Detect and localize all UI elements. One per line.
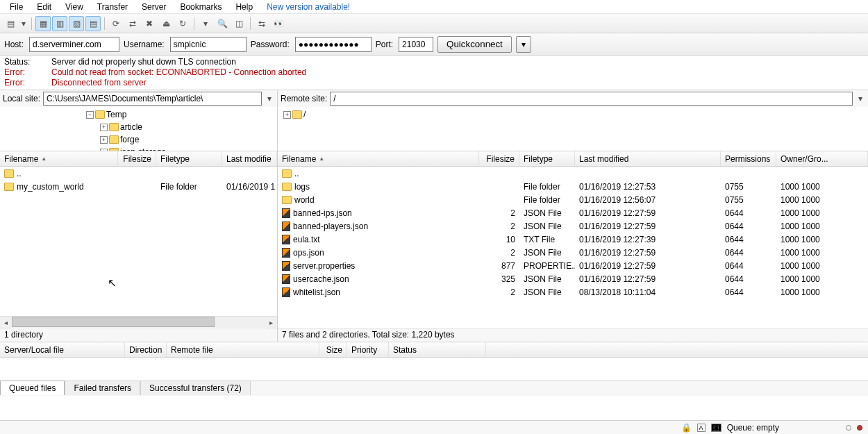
disconnect-icon[interactable]: ⏏ — [158, 16, 174, 31]
list-item[interactable]: .. — [278, 167, 868, 180]
tab-successful[interactable]: Successful transfers (72) — [140, 381, 251, 395]
list-item[interactable]: logsFile folder01/16/2019 12:27:53075510… — [278, 180, 868, 193]
menubar: File Edit View Transfer Server Bookmarks… — [0, 0, 868, 14]
expand-icon[interactable] — [86, 111, 94, 119]
key-icon[interactable]: A — [697, 424, 706, 432]
port-input[interactable] — [399, 37, 433, 52]
password-input[interactable] — [295, 37, 372, 52]
col-filesize[interactable]: Filesize — [479, 151, 519, 166]
menu-bookmarks[interactable]: Bookmarks — [173, 1, 228, 13]
menu-help[interactable]: Help — [228, 1, 260, 13]
col-server-local[interactable]: Server/Local file — [0, 342, 125, 357]
message-log[interactable]: Status:Server did not properly shut down… — [0, 56, 868, 90]
cancel-icon[interactable]: ✖ — [142, 16, 157, 31]
list-item[interactable]: my_custom_worldFile folder01/16/2019 1 — [0, 180, 277, 193]
site-manager-icon[interactable]: ▤ — [3, 16, 18, 31]
username-label: Username: — [124, 40, 165, 49]
col-status[interactable]: Status — [389, 342, 486, 357]
col-remote-file[interactable]: Remote file — [167, 342, 319, 357]
expand-icon[interactable] — [283, 111, 291, 119]
tab-queued[interactable]: Queued files — [0, 381, 65, 395]
filename: banned-players.json — [293, 222, 368, 231]
col-filename[interactable]: Filename▲ — [278, 151, 479, 166]
local-file-list[interactable]: Filename▲ Filesize Filetype Last modifie… — [0, 151, 277, 316]
menu-server[interactable]: Server — [135, 1, 173, 13]
scroll-left-icon[interactable]: ◂ — [0, 317, 12, 328]
process-queue-icon[interactable]: ⇄ — [125, 16, 140, 31]
file-icon — [282, 287, 290, 297]
quickconnect-dropdown[interactable]: ▾ — [516, 36, 531, 53]
list-item[interactable]: usercache.json325JSON File01/16/2019 12:… — [278, 272, 868, 285]
list-item[interactable]: server.properties877PROPERTIE...01/16/20… — [278, 259, 868, 272]
expand-icon[interactable] — [100, 136, 108, 144]
local-path-input[interactable] — [43, 92, 262, 106]
folder-icon — [4, 183, 14, 191]
expand-icon[interactable] — [100, 124, 108, 131]
col-filesize[interactable]: Filesize — [118, 151, 156, 166]
list-item[interactable]: ops.json2JSON File01/16/2019 12:27:59064… — [278, 246, 868, 259]
col-owner[interactable]: Owner/Gro... — [776, 151, 868, 166]
file-icon — [282, 208, 290, 218]
local-tree[interactable]: Temparticleforgejson-storage — [0, 107, 277, 151]
remote-file-list[interactable]: Filename▲ Filesize Filetype Last modifie… — [278, 151, 868, 328]
remote-path-input[interactable] — [330, 92, 853, 106]
sort-asc-icon: ▲ — [319, 156, 324, 162]
activity-indicator-1 — [846, 425, 851, 431]
quickconnect-button[interactable]: Quickconnect — [437, 36, 512, 53]
remote-tree[interactable]: / — [278, 107, 868, 151]
reconnect-icon[interactable]: ↻ — [175, 16, 190, 31]
filter-icon[interactable]: ▾ — [198, 16, 213, 31]
host-input[interactable] — [29, 37, 119, 52]
tree-item[interactable]: / — [281, 108, 865, 121]
col-filetype[interactable]: Filetype — [519, 151, 575, 166]
site-dropdown-icon[interactable]: ▾ — [19, 16, 28, 31]
toggle-local-tree-icon[interactable]: ▥ — [52, 16, 67, 31]
remote-site-label: Remote site: — [281, 94, 327, 103]
list-item[interactable]: .. — [0, 167, 277, 180]
menu-file[interactable]: File — [3, 1, 30, 13]
sync-browse-icon[interactable]: ⇆ — [254, 16, 269, 31]
tree-item[interactable]: json-storage — [3, 146, 274, 151]
tree-item[interactable]: forge — [3, 133, 274, 146]
local-hscrollbar[interactable]: ◂ ▸ — [0, 316, 277, 328]
compare-icon[interactable]: ◫ — [231, 16, 247, 31]
search-icon[interactable]: 🔍 — [215, 16, 230, 31]
local-status: 1 directory — [0, 328, 277, 342]
tree-item[interactable]: article — [3, 121, 274, 133]
list-item[interactable]: worldFile folder01/16/2019 12:56:0707551… — [278, 193, 868, 206]
col-size[interactable]: Size — [319, 342, 347, 357]
col-filename[interactable]: Filename▲ — [0, 151, 118, 166]
col-modified[interactable]: Last modifie — [222, 151, 277, 166]
log-label: Status: — [4, 57, 51, 67]
chevron-down-icon[interactable]: ▾ — [856, 94, 865, 103]
menu-transfer[interactable]: Transfer — [90, 1, 135, 13]
log-text: Disconnected from server — [51, 78, 147, 88]
binoculars-icon[interactable]: 👀 — [271, 16, 286, 31]
lock-icon[interactable]: 🔒 — [681, 423, 692, 433]
menu-edit[interactable]: Edit — [30, 1, 58, 13]
col-direction[interactable]: Direction — [125, 342, 167, 357]
list-item[interactable]: whitelist.json2JSON File08/13/2018 10:11… — [278, 285, 868, 299]
toggle-remote-tree-icon[interactable]: ▧ — [69, 16, 84, 31]
list-item[interactable]: eula.txt10TXT File01/16/2019 12:27:39064… — [278, 233, 868, 246]
menu-view[interactable]: View — [58, 1, 90, 13]
toggle-queue-icon[interactable]: ▤ — [85, 16, 101, 31]
queue-status: Queue: empty — [727, 423, 779, 433]
col-permissions[interactable]: Permissions — [721, 151, 776, 166]
list-item[interactable]: banned-ips.json2JSON File01/16/2019 12:2… — [278, 206, 868, 219]
tree-item[interactable]: Temp — [3, 108, 274, 121]
speed-icon[interactable]: ⬚ — [711, 424, 721, 432]
username-input[interactable] — [170, 37, 247, 52]
col-modified[interactable]: Last modified — [575, 151, 721, 166]
tab-failed[interactable]: Failed transfers — [65, 381, 140, 395]
toggle-log-icon[interactable]: ▦ — [35, 16, 51, 31]
update-link[interactable]: New version available! — [260, 1, 357, 13]
refresh-icon[interactable]: ⟳ — [108, 16, 124, 31]
list-item[interactable]: banned-players.json2JSON File01/16/2019 … — [278, 219, 868, 233]
col-filetype[interactable]: Filetype — [156, 151, 222, 166]
col-priority[interactable]: Priority — [347, 342, 389, 357]
chevron-down-icon[interactable]: ▾ — [265, 94, 274, 103]
file-icon — [282, 235, 290, 244]
log-label: Error: — [4, 67, 51, 78]
scroll-right-icon[interactable]: ▸ — [265, 317, 277, 328]
